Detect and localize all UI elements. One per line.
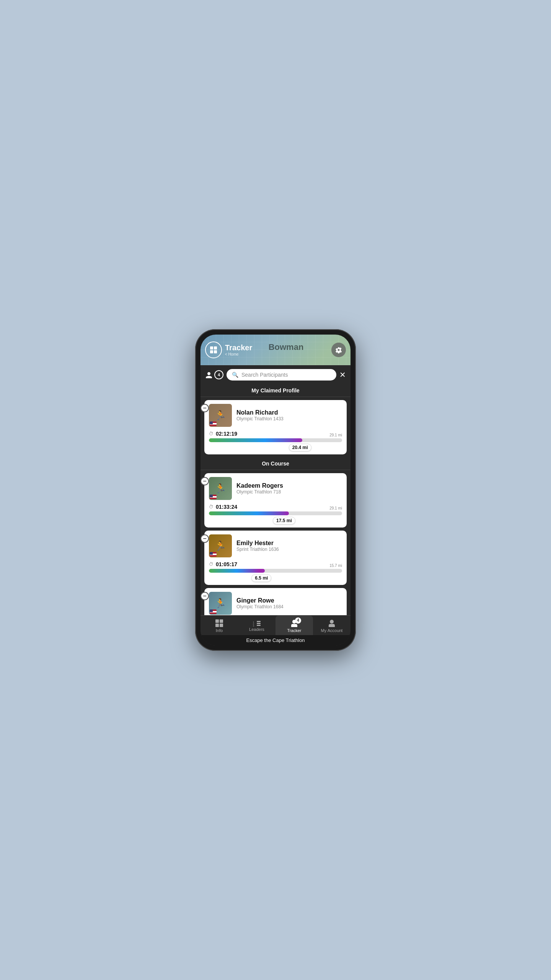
search-placeholder: Search Participants	[241, 372, 288, 378]
race-kadeem: Olympic Triathlon 718	[236, 489, 342, 495]
progress-emily: 15.7 mi 6.5 mi	[209, 569, 342, 573]
card-bottom-emily: ⏱ 01:05:17 15.7 mi 6.5 mi	[204, 560, 347, 585]
dist-total-nolan: 29.1 mi	[329, 433, 342, 437]
phone-screen: Tracker < Home Bowman 4	[201, 335, 350, 645]
name-ginger: Ginger Rowe	[236, 597, 342, 604]
card-top-emily: 🏃 Emily Hester Sprint Triathlon 1636	[204, 531, 347, 560]
card-bottom-kadeem: ⏱ 01:33:24 29.1 mi 17.5 mi	[204, 502, 347, 528]
time-row-nolan: ⏱ 02:12:19	[209, 431, 342, 437]
progress-kadeem: 29.1 mi 17.5 mi	[209, 511, 342, 515]
participant-card-emily: − 🏃 Emily Hester Sprint Triathlon 1636	[204, 531, 347, 585]
participant-card-nolan: − 🏃 Nolan Richard Olympic Triathlon 1433	[204, 400, 347, 454]
flag-nolan	[210, 421, 217, 426]
avatar-nolan: 🏃	[209, 404, 232, 427]
claimed-section-header: My Claimed Profile	[201, 384, 350, 397]
participant-count-badge: 4	[214, 370, 223, 379]
settings-button[interactable]	[331, 343, 346, 357]
search-icon: 🔍	[232, 372, 238, 378]
name-emily: Emily Hester	[236, 540, 342, 547]
tab-my-account[interactable]: My Account	[313, 616, 350, 635]
avatar-kadeem: 🏃	[209, 477, 232, 500]
progress-bar-nolan	[209, 438, 342, 442]
on-course-section-header: On Course	[201, 457, 350, 470]
race-ginger: Olympic Triathlon 1684	[236, 604, 342, 609]
map-header: Tracker < Home Bowman	[201, 335, 350, 365]
race-nolan: Olympic Triathlon 1433	[236, 416, 342, 421]
svg-rect-3	[214, 350, 217, 353]
tab-leaders-label: Leaders	[249, 627, 264, 632]
nav-tabs: Info 1 2 3 Leaders	[201, 615, 350, 635]
dist-badge-nolan: 20.4 mi	[289, 444, 311, 451]
time-row-kadeem: ⏱ 01:33:24	[209, 504, 342, 510]
bottom-nav: Info 1 2 3 Leaders	[201, 615, 350, 645]
search-box[interactable]: 🔍 Search Participants	[227, 369, 336, 381]
leaders-icon: 1 2 3	[253, 621, 261, 626]
name-nolan: Nolan Richard	[236, 409, 342, 416]
tab-info[interactable]: Info	[201, 616, 238, 635]
card-top-kadeem: 🏃 Kadeem Rogers Olympic Triathlon 718	[204, 473, 347, 502]
card-top-ginger: 🏃 Ginger Rowe Olympic Triathlon 1684	[204, 588, 347, 615]
avatar-ginger: 🏃	[209, 592, 232, 615]
clock-icon-nolan: ⏱	[209, 431, 214, 436]
card-bottom-nolan: ⏱ 02:12:19 29.1 mi 20.4 mi	[204, 429, 347, 454]
info-kadeem: Kadeem Rogers Olympic Triathlon 718	[236, 482, 342, 495]
remove-kadeem-button[interactable]: −	[201, 477, 209, 485]
phone-frame: Tracker < Home Bowman 4	[195, 329, 356, 651]
time-emily: 01:05:17	[216, 561, 237, 567]
app-logo	[205, 341, 222, 358]
event-name: Escape the Cape Triathlon	[201, 635, 350, 645]
search-area: 4 🔍 Search Participants ✕	[201, 365, 350, 384]
tracker-icon: 4	[291, 620, 297, 627]
svg-rect-2	[210, 350, 213, 353]
flag-ginger	[210, 609, 217, 614]
time-row-emily: ⏱ 01:05:17	[209, 561, 342, 567]
flag-kadeem	[210, 495, 217, 499]
map-label: Bowman	[269, 342, 304, 352]
remove-emily-button[interactable]: −	[201, 534, 209, 543]
avatar-emily: 🏃	[209, 534, 232, 557]
tracker-count-badge: 4	[295, 617, 301, 624]
remove-nolan-button[interactable]: −	[201, 404, 209, 412]
clock-icon-kadeem: ⏱	[209, 504, 214, 510]
app-title: Tracker	[225, 343, 252, 352]
info-emily: Emily Hester Sprint Triathlon 1636	[236, 540, 342, 552]
account-icon	[329, 620, 335, 627]
info-icon	[215, 619, 223, 627]
svg-rect-0	[210, 346, 213, 350]
tab-tracker-label: Tracker	[287, 628, 302, 633]
flag-emily	[210, 552, 217, 557]
name-kadeem: Kadeem Rogers	[236, 482, 342, 489]
race-emily: Sprint Triathlon 1636	[236, 547, 342, 552]
progress-bar-emily	[209, 569, 342, 573]
svg-rect-1	[214, 346, 217, 350]
tab-my-account-label: My Account	[321, 628, 343, 633]
close-button[interactable]: ✕	[339, 370, 346, 379]
dist-badge-kadeem: 17.5 mi	[273, 517, 295, 524]
home-link[interactable]: < Home	[225, 352, 252, 356]
header-logo-area: Tracker < Home	[205, 341, 252, 358]
progress-fill-emily	[209, 569, 265, 573]
dist-total-emily: 15.7 mi	[329, 564, 342, 568]
participant-card-ginger: − 🏃 Ginger Rowe Olympic Triathlon 1684	[204, 588, 347, 615]
time-kadeem: 01:33:24	[216, 504, 237, 510]
remove-ginger-button[interactable]: −	[201, 592, 209, 600]
dist-total-kadeem: 29.1 mi	[329, 506, 342, 510]
info-nolan: Nolan Richard Olympic Triathlon 1433	[236, 409, 342, 421]
clock-icon-emily: ⏱	[209, 562, 214, 567]
progress-bar-kadeem	[209, 511, 342, 515]
card-top-nolan: 🏃 Nolan Richard Olympic Triathlon 1433	[204, 400, 347, 429]
scroll-content[interactable]: My Claimed Profile − 🏃 Nolan Richard Oly…	[201, 384, 350, 615]
header-title-area: Tracker < Home	[225, 343, 252, 356]
tab-info-label: Info	[216, 628, 223, 633]
tab-tracker[interactable]: 4 Tracker	[276, 616, 313, 635]
progress-nolan: 29.1 mi 20.4 mi	[209, 438, 342, 442]
progress-fill-kadeem	[209, 511, 289, 515]
tab-leaders[interactable]: 1 2 3 Leaders	[238, 616, 276, 635]
time-nolan: 02:12:19	[216, 431, 237, 437]
info-ginger: Ginger Rowe Olympic Triathlon 1684	[236, 597, 342, 609]
participant-card-kadeem: − 🏃 Kadeem Rogers Olympic Triathlon 718	[204, 473, 347, 528]
dist-badge-emily: 6.5 mi	[251, 574, 271, 582]
participant-count-area: 4	[205, 370, 223, 379]
progress-fill-nolan	[209, 438, 302, 442]
